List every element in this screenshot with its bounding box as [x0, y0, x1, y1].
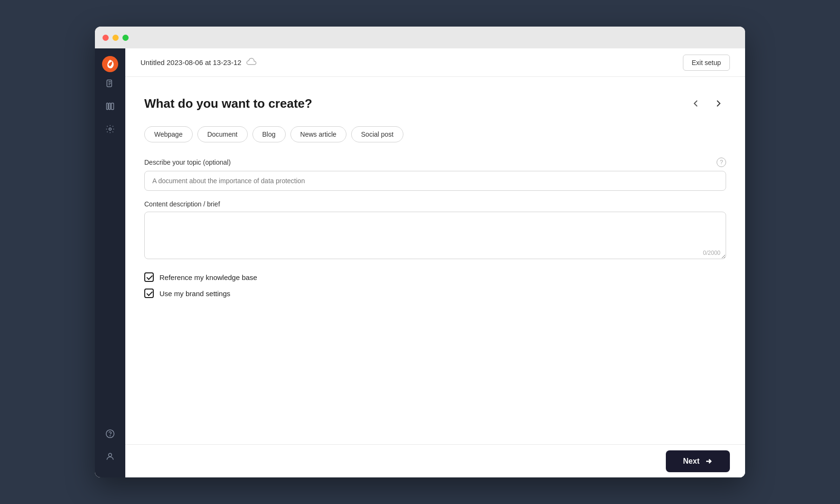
doc-title-area: Untitled 2023-08-06 at 13-23-12: [140, 58, 257, 67]
content-type-tabs: Webpage Document Blog News article Socia…: [144, 126, 726, 142]
svg-point-8: [109, 453, 112, 457]
app-logo[interactable]: [102, 56, 118, 74]
svg-rect-3: [109, 103, 111, 109]
tab-social-post[interactable]: Social post: [351, 126, 403, 142]
title-bar: [95, 27, 745, 48]
sidebar-bottom: [101, 424, 120, 470]
page-title: What do you want to create?: [144, 96, 312, 111]
svg-point-7: [110, 436, 111, 436]
maximize-button[interactable]: [122, 35, 129, 41]
top-bar: Untitled 2023-08-06 at 13-23-12 Exit set…: [125, 48, 745, 77]
exit-setup-button[interactable]: Exit setup: [683, 55, 730, 71]
bottom-bar: Next: [125, 444, 745, 477]
tab-news-article[interactable]: News article: [290, 126, 346, 142]
svg-rect-4: [112, 103, 114, 109]
topic-label: Describe your topic (optional): [144, 159, 231, 166]
doc-title-text: Untitled 2023-08-06 at 13-23-12: [140, 58, 242, 66]
minimize-button[interactable]: [112, 35, 119, 41]
checkbox-brand-settings-label: Use my brand settings: [159, 289, 230, 298]
next-button-label: Next: [683, 457, 700, 466]
checkbox-brand-settings[interactable]: Use my brand settings: [144, 289, 726, 298]
form-section: Describe your topic (optional) ? Content…: [144, 158, 726, 298]
cloud-save-icon: [246, 58, 257, 67]
sidebar-item-documents[interactable]: [101, 74, 120, 93]
svg-point-5: [109, 128, 112, 131]
brief-textarea[interactable]: [144, 212, 726, 259]
tab-webpage[interactable]: Webpage: [144, 126, 193, 142]
brief-label: Content description / brief: [144, 200, 220, 208]
brief-textarea-wrapper: 0/2000: [144, 212, 726, 261]
tab-document[interactable]: Document: [197, 126, 248, 142]
svg-point-0: [102, 56, 118, 72]
topic-field-group: Describe your topic (optional) ?: [144, 158, 726, 191]
checkbox-knowledge-base-box[interactable]: [144, 272, 154, 282]
sidebar-item-user[interactable]: [101, 447, 120, 466]
brief-label-row: Content description / brief: [144, 200, 726, 208]
content-area: What do you want to create?: [125, 77, 745, 444]
traffic-lights: [103, 35, 129, 41]
svg-rect-2: [107, 103, 108, 109]
main-content: Untitled 2023-08-06 at 13-23-12 Exit set…: [125, 48, 745, 477]
nav-back-button[interactable]: [688, 96, 703, 111]
sidebar-item-help[interactable]: [101, 424, 120, 443]
page-header: What do you want to create?: [144, 96, 726, 111]
tab-blog[interactable]: Blog: [252, 126, 286, 142]
checkbox-brand-settings-box[interactable]: [144, 289, 154, 298]
topic-help-icon[interactable]: ?: [717, 158, 726, 167]
topic-label-row: Describe your topic (optional) ?: [144, 158, 726, 167]
char-count: 0/2000: [703, 250, 720, 256]
checkbox-knowledge-base-label: Reference my knowledge base: [159, 273, 257, 281]
brief-field-group: Content description / brief 0/2000: [144, 200, 726, 261]
next-button[interactable]: Next: [666, 450, 730, 472]
sidebar-item-settings[interactable]: [101, 120, 120, 139]
checkbox-group: Reference my knowledge base Use my brand…: [144, 272, 726, 298]
sidebar-nav: [101, 74, 120, 424]
sidebar-item-library[interactable]: [101, 97, 120, 116]
nav-forward-button[interactable]: [711, 96, 726, 111]
close-button[interactable]: [103, 35, 109, 41]
topic-input[interactable]: [144, 171, 726, 191]
checkbox-knowledge-base[interactable]: Reference my knowledge base: [144, 272, 726, 282]
nav-arrows: [688, 96, 726, 111]
sidebar: [95, 48, 125, 477]
